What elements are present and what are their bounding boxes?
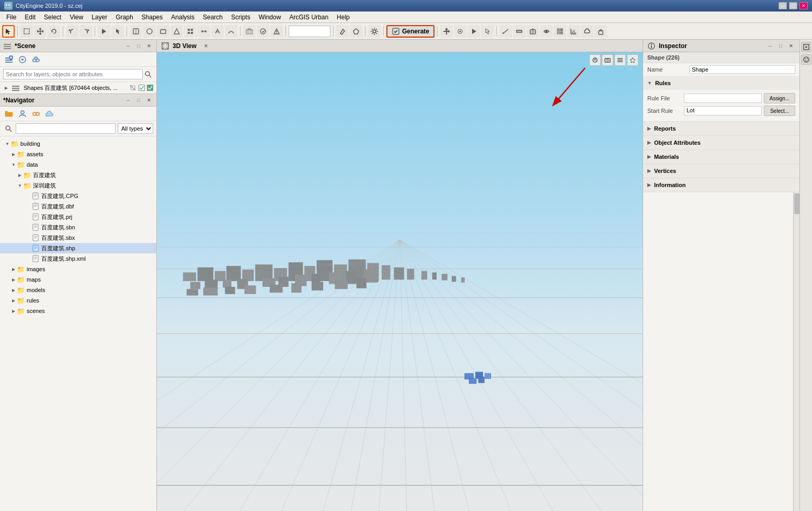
menu-window[interactable]: Window	[255, 13, 285, 22]
tree-item-data[interactable]: ▼ 📁 data	[0, 159, 156, 170]
tb-btn-move2[interactable]	[440, 25, 453, 38]
name-prop-value[interactable]	[689, 65, 795, 74]
menu-edit[interactable]: Edit	[20, 13, 40, 22]
select-rect-btn[interactable]	[20, 25, 33, 38]
inspector-close-btn[interactable]: ✕	[787, 42, 795, 50]
select-btn[interactable]: Select...	[764, 106, 795, 116]
cursor-btn[interactable]	[111, 25, 124, 38]
building-expand-icon[interactable]: ▼	[4, 141, 10, 147]
tree-item-maps[interactable]: ▶ 📁 maps	[0, 274, 156, 285]
shenzhen-expand-icon[interactable]: ▼	[17, 182, 23, 189]
side-tool-2[interactable]	[801, 54, 811, 65]
filter-input[interactable]	[16, 123, 116, 134]
layer-checkbox[interactable]	[139, 85, 145, 91]
rotate-btn[interactable]	[48, 25, 60, 38]
assets-expand-icon[interactable]: ▶	[10, 151, 17, 157]
restore-btn[interactable]: □	[789, 2, 797, 9]
vp-btn-star[interactable]	[627, 54, 638, 66]
tb-btn-2[interactable]	[143, 25, 156, 38]
toolbar-search-input[interactable]	[289, 26, 330, 37]
redo-btn[interactable]	[79, 25, 92, 38]
nav-minimize-btn[interactable]: ─	[124, 97, 132, 104]
generate-btn[interactable]: Generate	[386, 25, 434, 38]
layer-expand-icon[interactable]: ▶	[3, 85, 9, 91]
nav-user-btn[interactable]	[17, 108, 28, 120]
draw-pen-btn[interactable]	[336, 25, 349, 38]
menu-layer[interactable]: Layer	[87, 13, 111, 22]
rule-file-value[interactable]	[684, 94, 762, 103]
close-btn[interactable]: ✕	[799, 2, 808, 9]
nav-maximize-btn[interactable]: □	[134, 97, 143, 104]
tree-item-scenes[interactable]: ▶ 📁 scenes	[0, 306, 156, 316]
viewport-3d[interactable]: CSDN @AaronMoomin	[157, 52, 643, 511]
menu-select[interactable]: Select	[40, 13, 65, 22]
scene-maximize-btn[interactable]: □	[134, 42, 143, 50]
menu-arcgis[interactable]: ArcGIS Urban	[285, 13, 333, 22]
nav-group-btn[interactable]	[30, 108, 42, 120]
draw-shape-btn[interactable]	[350, 25, 362, 38]
inspector-minimize-btn[interactable]: ─	[766, 42, 774, 50]
menu-graph[interactable]: Graph	[111, 13, 137, 22]
scene-layer-item[interactable]: ▶ Shapes 百度建筑 [670464 objects, ...	[0, 82, 156, 94]
nav-close-btn[interactable]: ✕	[145, 97, 153, 104]
inspector-scrollbar[interactable]	[793, 192, 799, 511]
tb-btn-11[interactable]	[270, 25, 283, 38]
tree-item-assets[interactable]: ▶ 📁 assets	[0, 149, 156, 159]
ruler-btn[interactable]	[513, 25, 525, 38]
tb-btn-5[interactable]	[184, 25, 197, 38]
tree-item-file-prj[interactable]: 百度建筑.prj	[0, 212, 156, 222]
scenes-expand-icon[interactable]: ▶	[10, 308, 17, 314]
add-layer-btn[interactable]	[3, 54, 15, 65]
tree-item-shenzhen[interactable]: ▼ 📁 深圳建筑	[0, 180, 156, 191]
undo-btn[interactable]	[66, 25, 78, 38]
chart-btn[interactable]	[567, 25, 580, 38]
scene-close-btn[interactable]: ✕	[145, 42, 153, 50]
tree-item-file-shpxml[interactable]: 百度建筑.shp.xml	[0, 253, 156, 264]
scene-search-input[interactable]	[3, 69, 143, 79]
move-btn[interactable]	[34, 25, 47, 38]
start-rule-value[interactable]: Lot	[684, 106, 762, 115]
tb-btn-8[interactable]	[225, 25, 237, 38]
assign-btn[interactable]: Assign...	[764, 93, 795, 103]
menu-help[interactable]: Help	[333, 13, 354, 22]
minimize-btn[interactable]: ─	[779, 2, 787, 9]
scene-minimize-btn[interactable]: ─	[124, 42, 132, 50]
object-attributes-header[interactable]: ▶ Object Attributes	[643, 136, 799, 149]
menu-search[interactable]: Search	[199, 13, 227, 22]
tree-item-file-shp[interactable]: 百度建筑.shp	[0, 243, 156, 253]
tree-item-baidu[interactable]: ▶ 📁 百度建筑	[0, 170, 156, 180]
filter-search-btn[interactable]	[3, 123, 14, 134]
vp-btn-camera[interactable]	[602, 54, 613, 66]
tree-item-file-sbx[interactable]: 百度建筑.sbx	[0, 233, 156, 243]
inspector-scrollbar-thumb[interactable]	[794, 193, 799, 214]
scene-search-btn[interactable]	[143, 69, 153, 79]
menu-scripts[interactable]: Scripts	[227, 13, 255, 22]
tb-btn-6[interactable]	[198, 25, 210, 38]
reports-header[interactable]: ▶ Reports	[643, 122, 799, 135]
play-btn[interactable]	[98, 25, 110, 38]
eye-btn[interactable]	[540, 25, 553, 38]
vp-btn-sync[interactable]	[589, 54, 601, 66]
tb-btn-10[interactable]	[257, 25, 269, 38]
nav-cloud-btn[interactable]	[44, 108, 55, 120]
tb-btn-snap[interactable]	[454, 25, 466, 38]
rules-section-header[interactable]: ▼ Rules	[643, 76, 799, 90]
tree-item-file-cpg[interactable]: 百度建筑.CPG	[0, 191, 156, 201]
nav-folder-btn[interactable]	[3, 108, 15, 120]
tree-item-models[interactable]: ▶ 📁 models	[0, 285, 156, 295]
baidu-expand-icon[interactable]: ▶	[17, 172, 23, 178]
tree-item-images[interactable]: ▶ 📁 images	[0, 264, 156, 274]
maps-expand-icon[interactable]: ▶	[10, 276, 17, 283]
materials-header[interactable]: ▶ Materials	[643, 150, 799, 164]
menu-shapes[interactable]: Shapes	[138, 13, 167, 22]
filter-type-select[interactable]: All types	[118, 123, 153, 134]
measure-btn[interactable]	[499, 25, 512, 38]
settings-btn[interactable]	[368, 25, 381, 38]
inspector-maximize-btn[interactable]: □	[776, 42, 785, 50]
lock-btn[interactable]	[594, 25, 607, 38]
tb-btn-3[interactable]	[157, 25, 169, 38]
tb-btn-cursor2[interactable]	[481, 25, 494, 38]
camera-btn[interactable]	[527, 25, 539, 38]
vertices-header[interactable]: ▶ Vertices	[643, 164, 799, 178]
add-group-btn[interactable]	[17, 54, 28, 65]
